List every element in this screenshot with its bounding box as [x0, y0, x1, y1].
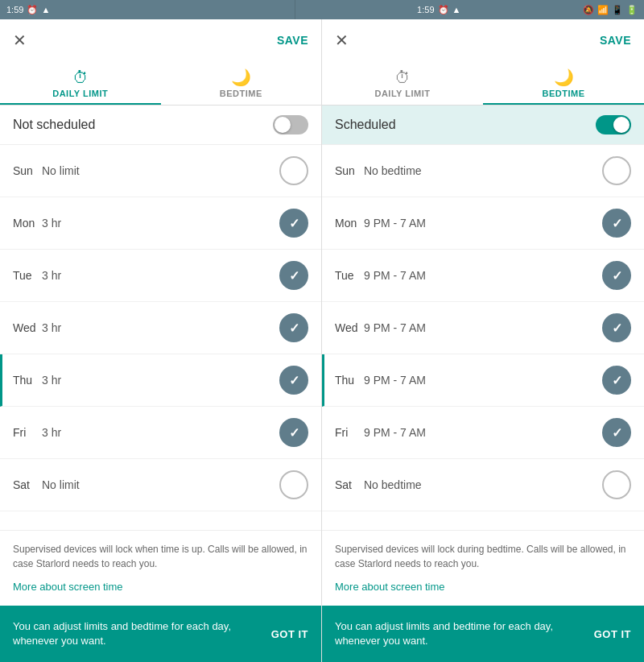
day-check-fri-1[interactable]: ✓: [279, 418, 308, 447]
checkmark-mon-2: ✓: [612, 216, 622, 231]
alarm-icon-2: ⏰: [438, 5, 449, 15]
day-check-thu-2[interactable]: ✓: [602, 366, 631, 395]
day-name-fri-2: Fri: [335, 426, 364, 439]
day-value-fri-2: 9 PM - 7 AM: [364, 426, 602, 439]
schedule-row-1: Not scheduled: [0, 106, 321, 145]
day-name-fri-1: Fri: [13, 426, 42, 439]
day-check-wed-2[interactable]: ✓: [602, 313, 631, 342]
day-name-tue-1: Tue: [13, 269, 42, 282]
more-link-2[interactable]: More about screen time: [335, 579, 631, 595]
tab-bedtime-1[interactable]: 🌙 BEDTIME: [161, 61, 322, 105]
tab-daily-limit-2[interactable]: ⏱ DAILY LIMIT: [322, 61, 483, 105]
day-value-sun-1: No limit: [42, 164, 279, 177]
drive-icon-2: ▲: [452, 5, 461, 14]
checkmark-wed-2: ✓: [612, 321, 622, 336]
day-row-thu-1[interactable]: Thu 3 hr ✓: [0, 354, 321, 407]
day-name-sun-2: Sun: [335, 164, 364, 177]
checkmark-fri-2: ✓: [612, 425, 622, 441]
drive-icon: ▲: [41, 5, 50, 14]
day-row-tue-1[interactable]: Tue 3 hr ✓: [0, 250, 321, 302]
day-value-thu-1: 3 hr: [42, 374, 279, 387]
day-value-tue-2: 9 PM - 7 AM: [364, 269, 602, 282]
info-text-1: Supervised devices will lock when time i…: [13, 544, 308, 569]
day-value-thu-2: 9 PM - 7 AM: [364, 374, 602, 387]
day-name-thu-1: Thu: [13, 374, 42, 387]
tab-daily-limit-label-1: DAILY LIMIT: [52, 89, 108, 98]
save-button-1[interactable]: SAVE: [277, 34, 308, 47]
day-row-wed-1[interactable]: Wed 3 hr ✓: [0, 302, 321, 354]
schedule-toggle-1[interactable]: [273, 115, 308, 134]
day-value-sat-1: No limit: [42, 478, 279, 491]
day-name-sat-2: Sat: [335, 478, 364, 491]
day-name-mon-2: Mon: [335, 217, 364, 230]
time-left: 1:59: [6, 5, 23, 14]
checkmark-thu-2: ✓: [612, 373, 622, 388]
save-button-2[interactable]: SAVE: [600, 34, 631, 47]
day-check-sun-1[interactable]: [279, 156, 308, 185]
day-name-thu-2: Thu: [335, 374, 364, 387]
day-name-sun-1: Sun: [13, 164, 42, 177]
day-check-tue-1[interactable]: ✓: [279, 261, 308, 290]
close-button-1[interactable]: ✕: [13, 31, 27, 50]
day-check-mon-1[interactable]: ✓: [279, 209, 308, 238]
moon-icon-1: 🌙: [231, 68, 251, 87]
day-row-thu-2[interactable]: Thu 9 PM - 7 AM ✓: [322, 354, 644, 407]
more-link-1[interactable]: More about screen time: [13, 579, 308, 595]
got-it-button-1[interactable]: GOT IT: [271, 628, 308, 640]
close-button-2[interactable]: ✕: [335, 31, 349, 50]
day-row-fri-2[interactable]: Fri 9 PM - 7 AM ✓: [322, 407, 644, 459]
day-value-sat-2: No bedtime: [364, 478, 602, 491]
day-row-fri-1[interactable]: Fri 3 hr ✓: [0, 407, 321, 459]
day-check-fri-2[interactable]: ✓: [602, 418, 631, 447]
info-section-1: Supervised devices will lock when time i…: [0, 530, 321, 606]
day-name-sat-1: Sat: [13, 478, 42, 491]
top-bar-2: ✕ SAVE: [322, 19, 644, 61]
panel-daily-limit: ✕ SAVE ⏱ DAILY LIMIT 🌙 BEDTIME Not sched…: [0, 19, 322, 662]
bottom-banner-2: You can adjust limits and bedtime for ea…: [322, 606, 644, 662]
tab-daily-limit-1[interactable]: ⏱ DAILY LIMIT: [0, 61, 161, 105]
bottom-banner-1: You can adjust limits and bedtime for ea…: [0, 606, 321, 662]
timer-icon-1: ⏱: [72, 68, 89, 87]
day-value-fri-1: 3 hr: [42, 426, 279, 439]
checkmark-tue-2: ✓: [612, 268, 622, 283]
day-row-tue-2[interactable]: Tue 9 PM - 7 AM ✓: [322, 250, 644, 302]
day-row-mon-2[interactable]: Mon 9 PM - 7 AM ✓: [322, 197, 644, 250]
day-check-sat-2[interactable]: [602, 470, 631, 499]
got-it-button-2[interactable]: GOT IT: [594, 628, 631, 640]
day-name-mon-1: Mon: [13, 217, 42, 230]
day-name-tue-2: Tue: [335, 269, 364, 282]
toggle-thumb-1: [275, 117, 291, 133]
alarm-icon: ⏰: [27, 5, 38, 15]
day-check-wed-1[interactable]: ✓: [279, 313, 308, 342]
day-row-mon-1[interactable]: Mon 3 hr ✓: [0, 197, 321, 250]
tab-daily-limit-label-2: DAILY LIMIT: [374, 89, 430, 98]
day-row-sat-1[interactable]: Sat No limit: [0, 459, 321, 511]
day-check-tue-2[interactable]: ✓: [602, 261, 631, 290]
day-row-sun-2[interactable]: Sun No bedtime: [322, 145, 644, 197]
tab-bedtime-label-1: BEDTIME: [220, 89, 262, 98]
checkmark-wed-1: ✓: [289, 321, 299, 336]
schedule-row-2: Scheduled: [322, 106, 644, 145]
day-value-wed-2: 9 PM - 7 AM: [364, 321, 602, 334]
tabs-1: ⏱ DAILY LIMIT 🌙 BEDTIME: [0, 61, 321, 106]
status-left: 1:59 ⏰ ▲: [6, 5, 50, 15]
day-row-sat-2[interactable]: Sat No bedtime: [322, 459, 644, 511]
day-check-mon-2[interactable]: ✓: [602, 209, 631, 238]
day-name-wed-1: Wed: [13, 321, 42, 334]
schedule-toggle-2[interactable]: [596, 115, 631, 134]
top-bar-1: ✕ SAVE: [0, 19, 321, 61]
schedule-label-1: Not scheduled: [13, 118, 95, 132]
day-check-sun-2[interactable]: [602, 156, 631, 185]
day-check-thu-1[interactable]: ✓: [279, 366, 308, 395]
day-check-sat-1[interactable]: [279, 470, 308, 499]
moon-icon-2: 🌙: [554, 68, 574, 87]
tab-bedtime-2[interactable]: 🌙 BEDTIME: [483, 61, 644, 105]
day-value-sun-2: No bedtime: [364, 164, 602, 177]
day-value-mon-2: 9 PM - 7 AM: [364, 217, 602, 230]
day-row-sun-1[interactable]: Sun No limit: [0, 145, 321, 197]
wifi-icon: 📶: [597, 5, 609, 15]
status-divider: [295, 0, 295, 19]
time-right: 1:59: [417, 5, 434, 14]
tab-bedtime-label-2: BEDTIME: [543, 89, 585, 98]
day-row-wed-2[interactable]: Wed 9 PM - 7 AM ✓: [322, 302, 644, 354]
